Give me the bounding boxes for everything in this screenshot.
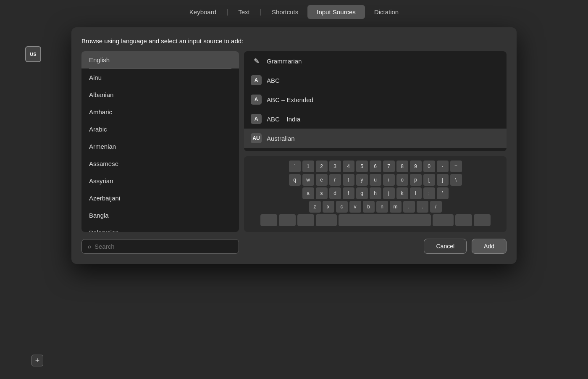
source-item-abc[interactable]: A ABC	[244, 71, 507, 90]
kb-key-r[interactable]: r	[329, 174, 341, 186]
source-item-australian[interactable]: AU Australian	[244, 129, 507, 148]
tab-sep-2: |	[259, 8, 262, 16]
modal-footer: ⌕ Cancel Add	[81, 239, 507, 254]
modal-title: Browse using language and select an inpu…	[81, 37, 507, 45]
source-item-abc-india[interactable]: A ABC – India	[244, 109, 507, 129]
cancel-button[interactable]: Cancel	[424, 239, 467, 254]
kb-key-e[interactable]: e	[316, 174, 328, 186]
lang-item-belarusian[interactable]: Belarusian	[81, 224, 239, 232]
kb-key-cmd-l[interactable]	[316, 214, 337, 226]
kb-key-fn-r[interactable]	[474, 214, 491, 226]
kb-key-o[interactable]: o	[396, 174, 408, 186]
lang-item-english[interactable]: English	[81, 51, 239, 68]
source-item-british[interactable]: GB British	[244, 148, 507, 151]
kb-key-3[interactable]: 3	[329, 161, 341, 172]
search-input[interactable]	[94, 243, 233, 250]
kb-key-v[interactable]: v	[349, 201, 361, 213]
kb-key-backtick[interactable]: `	[289, 161, 301, 172]
kb-key-i[interactable]: i	[383, 174, 395, 186]
kb-key-8[interactable]: 8	[396, 161, 408, 172]
kb-key-n[interactable]: n	[376, 201, 388, 213]
kb-key-a[interactable]: a	[302, 187, 314, 199]
modal-body: English Ainu Albanian Amharic Arabic Arm…	[81, 51, 507, 232]
language-list: English Ainu Albanian Amharic Arabic Arm…	[81, 51, 239, 232]
lang-item-armenian[interactable]: Armenian	[81, 138, 239, 155]
search-container[interactable]: ⌕	[81, 239, 239, 254]
tab-input-sources[interactable]: Input Sources	[307, 5, 365, 19]
kb-key-slash[interactable]: /	[430, 201, 442, 213]
grammarian-icon: ✎	[251, 56, 262, 66]
kb-key-4[interactable]: 4	[343, 161, 354, 172]
lang-item-amharic[interactable]: Amharic	[81, 103, 239, 121]
kb-key-alt[interactable]	[297, 214, 314, 226]
abc-india-badge: A	[251, 114, 262, 124]
kb-key-1[interactable]: 1	[302, 161, 314, 172]
kb-key-z[interactable]: z	[309, 201, 321, 213]
add-button[interactable]: Add	[472, 239, 507, 254]
us-badge: US	[25, 46, 41, 62]
lang-item-albanian[interactable]: Albanian	[81, 86, 239, 103]
kb-key-h[interactable]: h	[370, 187, 381, 199]
kb-key-k[interactable]: k	[396, 187, 408, 199]
tab-text[interactable]: Text	[229, 5, 259, 19]
lang-item-bangla[interactable]: Bangla	[81, 207, 239, 224]
kb-key-c[interactable]: c	[336, 201, 348, 213]
kb-key-g[interactable]: g	[356, 187, 368, 199]
kb-key-space[interactable]	[339, 214, 431, 226]
tab-dictation[interactable]: Dictation	[365, 5, 408, 19]
kb-key-f[interactable]: f	[343, 187, 354, 199]
kb-key-p[interactable]: p	[410, 174, 422, 186]
kb-key-period[interactable]: .	[417, 201, 428, 213]
kb-key-x[interactable]: x	[323, 201, 334, 213]
plus-button[interactable]: +	[32, 355, 43, 366]
kb-key-lbracket[interactable]: [	[423, 174, 435, 186]
kb-key-ctrl[interactable]	[279, 214, 296, 226]
kb-key-w[interactable]: w	[302, 174, 314, 186]
source-item-abc-extended[interactable]: A ABC – Extended	[244, 90, 507, 109]
kb-key-comma[interactable]: ,	[403, 201, 415, 213]
kb-key-d[interactable]: d	[329, 187, 341, 199]
kb-key-quote[interactable]: '	[437, 187, 449, 199]
kb-key-7[interactable]: 7	[383, 161, 395, 172]
kb-key-2[interactable]: 2	[316, 161, 328, 172]
kb-key-minus[interactable]: -	[437, 161, 449, 172]
kb-key-semicolon[interactable]: ;	[423, 187, 435, 199]
kb-key-rbracket[interactable]: ]	[437, 174, 449, 186]
kb-key-equals[interactable]: =	[450, 161, 462, 172]
tab-shortcuts[interactable]: Shortcuts	[262, 5, 307, 19]
lang-item-arabic[interactable]: Arabic	[81, 121, 239, 138]
kb-key-s[interactable]: s	[316, 187, 328, 199]
kb-key-q[interactable]: q	[289, 174, 301, 186]
kb-key-9[interactable]: 9	[410, 161, 422, 172]
kb-key-j[interactable]: j	[383, 187, 395, 199]
kb-key-6[interactable]: 6	[370, 161, 381, 172]
kb-key-b[interactable]: b	[363, 201, 375, 213]
abc-badge: A	[251, 75, 262, 85]
kb-row-1: ` 1 2 3 4 5 6 7 8 9 0 - =	[247, 161, 503, 172]
source-panel: ✎ Grammarian A ABC A ABC – Extended A AB…	[244, 51, 507, 232]
source-item-grammarian[interactable]: ✎ Grammarian	[244, 51, 507, 71]
tab-keyboard[interactable]: Keyboard	[180, 5, 226, 19]
kb-key-cmd-r[interactable]	[433, 214, 454, 226]
lang-item-assamese[interactable]: Assamese	[81, 155, 239, 172]
abc-extended-badge: A	[251, 95, 262, 105]
kb-key-y[interactable]: y	[356, 174, 368, 186]
tab-sep-1: |	[226, 8, 229, 16]
kb-key-5[interactable]: 5	[356, 161, 368, 172]
lang-item-ainu[interactable]: Ainu	[81, 69, 239, 86]
kb-row-3: a s d f g h j k l ; '	[247, 187, 503, 199]
kb-key-backslash[interactable]: \	[450, 174, 462, 186]
kb-key-m[interactable]: m	[390, 201, 402, 213]
footer-buttons: Cancel Add	[424, 239, 507, 254]
kb-key-t[interactable]: t	[343, 174, 354, 186]
kb-key-alt-r[interactable]	[455, 214, 472, 226]
kb-row-2: q w e r t y u i o p [ ] \	[247, 174, 503, 186]
lang-item-azerbaijani[interactable]: Azerbaijani	[81, 190, 239, 207]
source-list: ✎ Grammarian A ABC A ABC – Extended A AB…	[244, 51, 507, 151]
lang-item-assyrian[interactable]: Assyrian	[81, 172, 239, 190]
kb-key-0[interactable]: 0	[423, 161, 435, 172]
kb-key-fn-l[interactable]	[260, 214, 277, 226]
kb-key-u[interactable]: u	[370, 174, 381, 186]
kb-key-l[interactable]: l	[410, 187, 422, 199]
input-source-modal: Browse using language and select an inpu…	[71, 27, 517, 264]
